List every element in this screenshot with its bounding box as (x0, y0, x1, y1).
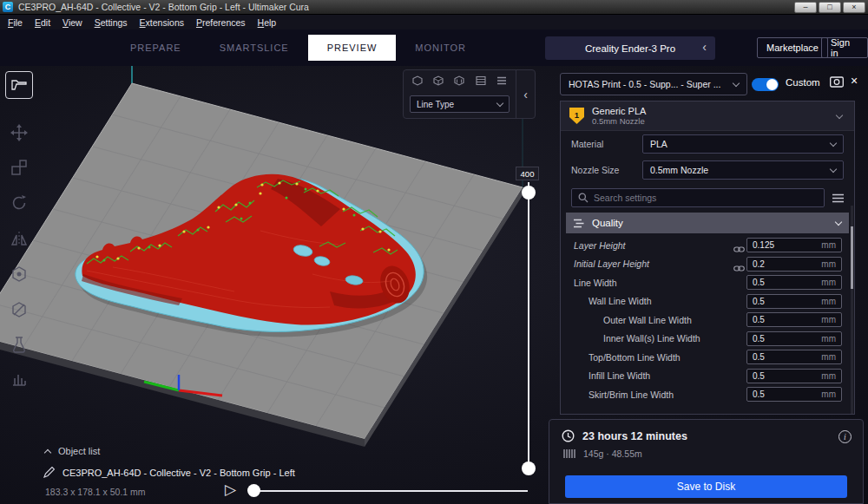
custom-label: Custom (786, 77, 820, 88)
printer-selector[interactable]: Creality Ender-3 Pro ‹ (545, 36, 715, 60)
menu-help[interactable]: Help (252, 16, 283, 29)
move-tool-button[interactable] (8, 121, 30, 144)
printer-name: Creality Ender-3 Pro (585, 43, 675, 54)
minimize-button[interactable]: – (794, 2, 817, 13)
quality-layers-icon (574, 219, 585, 228)
chevron-up-icon (44, 448, 51, 455)
chevron-down-icon (835, 219, 842, 226)
titlebar: C CE3PRO_AH-64D - Collective - V2 - Bott… (0, 0, 868, 15)
menu-edit[interactable]: Edit (29, 16, 56, 29)
material-label: Material (571, 139, 642, 149)
view-option-icon-3[interactable] (453, 75, 465, 87)
tab-preview[interactable]: PREVIEW (308, 35, 397, 61)
snapshot-button[interactable] (830, 75, 844, 91)
layer-slider-track[interactable] (528, 182, 529, 472)
tab-monitor[interactable]: MONITOR (396, 29, 485, 66)
profile-dropdown[interactable]: HOTAS Print - 0.5 - Supp... - Super ... (560, 73, 747, 95)
setting-row: Skirt/Brim Line Width 0.5mm (566, 385, 849, 404)
object-name: CE3PRO_AH-64D - Collective - V2 - Bottom… (62, 468, 295, 478)
rotate-tool-icon (10, 193, 29, 213)
menu-view[interactable]: View (56, 16, 89, 29)
print-settings-panel: 1 Generic PLA 0.5mm Nozzle Material PLA … (560, 101, 855, 415)
object-list-label: Object list (58, 446, 100, 456)
object-name-row[interactable]: CE3PRO_AH-64D - Collective - V2 - Bottom… (43, 467, 295, 478)
layer-slider-upper-handle[interactable] (522, 186, 536, 200)
view-option-icon-4[interactable] (475, 75, 487, 87)
app-logo-icon: C (3, 2, 13, 12)
object-dimensions: 183.3 x 178.1 x 50.1 mm (45, 487, 146, 497)
top-bottom-line-width-input[interactable]: 0.5mm (746, 350, 842, 364)
skirt-brim-line-width-input[interactable]: 0.5mm (746, 387, 842, 402)
menu-extensions[interactable]: Extensions (134, 16, 190, 29)
nozzle-size-value: 0.5mm Nozzle (650, 165, 708, 175)
cura-window: C CE3PRO_AH-64D - Collective - V2 - Bott… (0, 0, 868, 504)
print-time: 23 hours 12 minutes (582, 430, 687, 442)
marketplace-button[interactable]: Marketplace (757, 37, 828, 58)
color-scheme-dropdown[interactable]: Line Type (410, 95, 510, 113)
viewport-stage: Line Type ‹ 400 ▷ Object list CE3PRO_AH-… (0, 66, 868, 504)
scale-tool-button[interactable] (8, 156, 30, 179)
collapse-view-panel-button[interactable]: ‹ (516, 70, 535, 118)
open-file-button[interactable] (5, 71, 33, 99)
layer-height-input[interactable]: 0.125mm (746, 238, 842, 252)
rotate-tool-button[interactable] (8, 192, 30, 214)
tab-prepare[interactable]: PREPARE (111, 29, 201, 66)
section-quality[interactable]: Quality (566, 213, 849, 233)
menubar: File Edit View Settings Extensions Prefe… (0, 15, 868, 29)
extruder-material: Generic PLA (592, 106, 646, 116)
custom-mode-toggle[interactable] (752, 78, 779, 91)
setting-row: Outer Wall Line Width 0.5mm (566, 311, 849, 330)
info-icon[interactable]: i (838, 430, 852, 443)
layer-slider-lower-handle[interactable] (522, 461, 536, 475)
view-option-icon-2[interactable] (432, 75, 444, 87)
results-tool-button[interactable] (8, 368, 30, 390)
object-list-toggle[interactable]: Object list (45, 446, 100, 456)
menu-file[interactable]: File (2, 16, 29, 29)
menu-preferences[interactable]: Preferences (190, 16, 252, 29)
outer-wall-line-width-input[interactable]: 0.5mm (746, 312, 842, 327)
chevron-down-icon (496, 100, 503, 107)
nozzle-size-label: Nozzle Size (571, 165, 642, 175)
infill-line-width-input[interactable]: 0.5mm (746, 369, 842, 383)
view-option-icon-5[interactable] (496, 75, 508, 87)
filament-icon (563, 448, 575, 459)
initial-layer-height-input[interactable]: 0.2mm (746, 257, 842, 272)
inner-walls-line-width-input[interactable]: 0.5mm (746, 331, 842, 346)
close-settings-button[interactable]: × (851, 74, 858, 88)
smartslice-tool-button[interactable] (8, 333, 30, 356)
menu-settings[interactable]: Settings (89, 16, 134, 29)
support-blocker-button[interactable] (8, 298, 30, 321)
extruder-header[interactable]: 1 Generic PLA 0.5mm Nozzle (561, 101, 854, 131)
setting-row: Inner Wall(s) Line Width 0.5mm (566, 330, 849, 349)
line-width-input[interactable]: 0.5mm (746, 275, 842, 290)
tab-smartslice[interactable]: SMARTSLICE (201, 29, 308, 66)
section-quality-label: Quality (592, 218, 623, 228)
setting-row: Initial Layer Height 0.2mm (566, 255, 849, 274)
scrollbar-thumb[interactable] (851, 226, 853, 289)
layer-count-badge: 400 (516, 167, 539, 180)
search-settings-input[interactable] (594, 193, 818, 203)
main-header: PREPARE SMARTSLICE PREVIEW MONITOR Creal… (0, 29, 868, 66)
stage-tabs: PREPARE SMARTSLICE PREVIEW MONITOR (111, 29, 485, 66)
chevron-left-icon: ‹ (523, 88, 528, 101)
material-dropdown[interactable]: PLA (642, 134, 844, 154)
search-settings-box[interactable] (571, 188, 825, 207)
play-button[interactable]: ▷ (225, 481, 236, 499)
mirror-tool-button[interactable] (8, 227, 30, 250)
nozzle-size-dropdown[interactable]: 0.5mm Nozzle (642, 160, 844, 180)
save-to-disk-button[interactable]: Save to Disk (565, 475, 847, 498)
signin-button[interactable]: Sign in (821, 37, 868, 58)
wall-line-width-input[interactable]: 0.5mm (746, 294, 842, 309)
per-model-settings-button[interactable] (8, 263, 30, 285)
setting-row: Top/Bottom Line Width 0.5mm (566, 348, 849, 367)
maximize-button[interactable]: □ (819, 2, 841, 13)
close-button[interactable]: × (843, 2, 865, 13)
view-option-icon-1[interactable] (411, 75, 424, 87)
scale-tool-icon (10, 158, 29, 177)
snapshot-icon (830, 75, 844, 88)
path-slider-track[interactable] (253, 490, 528, 492)
settings-scrollbar[interactable] (851, 206, 853, 414)
chevron-down-icon (733, 80, 740, 87)
settings-menu-icon[interactable] (832, 193, 844, 203)
path-slider-handle[interactable] (247, 484, 260, 497)
